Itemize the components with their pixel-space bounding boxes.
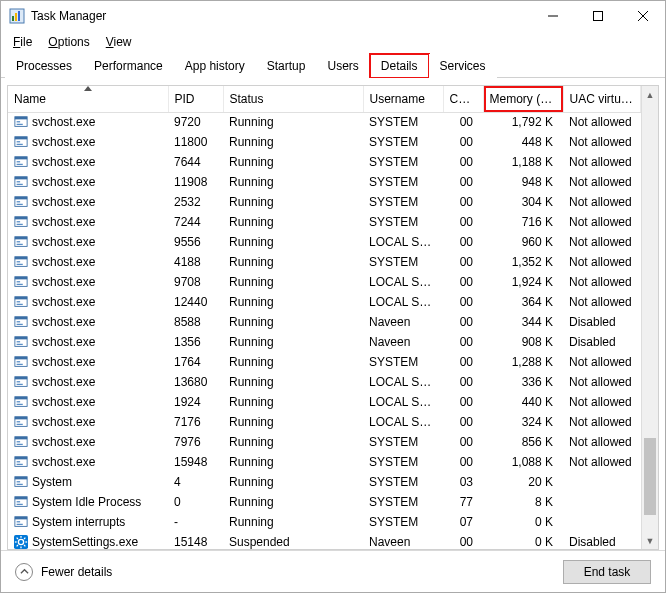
minimize-button[interactable] [530,1,575,31]
table-row[interactable]: svchost.exe15948RunningSYSTEM001,088 KNo… [8,452,641,472]
scroll-track[interactable] [642,103,658,532]
tab-startup[interactable]: Startup [256,54,317,78]
svg-rect-87 [17,504,23,505]
process-name: svchost.exe [32,355,95,369]
svg-rect-66 [17,401,21,402]
table-row[interactable]: svchost.exe9556RunningLOCAL SE...00960 K… [8,232,641,252]
cell-pid: 1764 [168,352,223,372]
tab-app-history[interactable]: App history [174,54,256,78]
cell-username: SYSTEM [363,512,443,532]
fewer-details-button[interactable]: Fewer details [15,563,112,581]
cell-status: Running [223,472,363,492]
titlebar[interactable]: Task Manager [1,1,665,31]
table-row[interactable]: svchost.exe9720RunningSYSTEM001,792 KNot… [8,112,641,132]
cell-name: svchost.exe [8,172,168,192]
tab-users[interactable]: Users [316,54,369,78]
process-table[interactable]: Name PID Status Username CPU Memory (a..… [8,86,641,549]
table-row[interactable]: svchost.exe7976RunningSYSTEM00856 KNot a… [8,432,641,452]
table-row[interactable]: System Idle Process0RunningSYSTEM778 K [8,492,641,512]
cell-pid: 15948 [168,452,223,472]
cell-pid: 15148 [168,532,223,549]
scroll-up-icon[interactable]: ▲ [642,86,658,103]
maximize-button[interactable] [575,1,620,31]
col-uac[interactable]: UAC virtualisat... [563,86,641,112]
table-row[interactable]: svchost.exe2532RunningSYSTEM00304 KNot a… [8,192,641,212]
process-icon [14,255,28,269]
svg-rect-71 [17,424,23,425]
menu-file[interactable]: File [7,33,38,51]
table-row[interactable]: System interrupts-RunningSYSTEM070 K [8,512,641,532]
table-row[interactable]: svchost.exe4188RunningSYSTEM001,352 KNot… [8,252,641,272]
cell-status: Running [223,372,363,392]
menu-options[interactable]: Options [42,33,95,51]
tab-performance[interactable]: Performance [83,54,174,78]
scroll-down-icon[interactable]: ▼ [642,532,658,549]
menu-view[interactable]: View [100,33,138,51]
cell-pid: - [168,512,223,532]
table-row[interactable]: svchost.exe12440RunningLOCAL SE...00364 … [8,292,641,312]
svg-rect-89 [15,517,27,520]
table-row[interactable]: svchost.exe9708RunningLOCAL SE...001,924… [8,272,641,292]
process-name: svchost.exe [32,135,95,149]
svg-rect-2 [15,13,17,21]
col-cpu[interactable]: CPU [443,86,483,112]
cell-name: svchost.exe [8,252,168,272]
cell-memory: 440 K [483,392,563,412]
table-row[interactable]: svchost.exe1356RunningNaveen00908 KDisab… [8,332,641,352]
svg-rect-46 [17,301,21,302]
tab-details[interactable]: Details [370,54,429,78]
process-icon [14,235,28,249]
col-memory[interactable]: Memory (a... [483,86,563,112]
end-task-button[interactable]: End task [563,560,651,584]
col-pid[interactable]: PID [168,86,223,112]
cell-name: svchost.exe [8,292,168,312]
tab-services[interactable]: Services [429,54,497,78]
cell-name: svchost.exe [8,312,168,332]
table-row[interactable]: SystemSettings.exe15148SuspendedNaveen00… [8,532,641,549]
cell-memory: 364 K [483,292,563,312]
cell-cpu: 00 [443,172,483,192]
process-name: System [32,475,72,489]
vertical-scrollbar[interactable]: ▲ ▼ [641,86,658,549]
table-row[interactable]: svchost.exe7644RunningSYSTEM001,188 KNot… [8,152,641,172]
svg-rect-42 [17,281,21,282]
chevron-up-icon [15,563,33,581]
process-icon [14,275,28,289]
table-row[interactable]: System4RunningSYSTEM0320 K [8,472,641,492]
table-row[interactable]: svchost.exe11800RunningSYSTEM00448 KNot … [8,132,641,152]
menubar: File Options View [1,31,665,53]
col-name[interactable]: Name [8,86,168,112]
cell-uac: Not allowed [563,152,641,172]
cell-name: svchost.exe [8,152,168,172]
table-row[interactable]: svchost.exe11908RunningSYSTEM00948 KNot … [8,172,641,192]
svg-rect-11 [17,124,23,125]
col-username[interactable]: Username [363,86,443,112]
cell-username: SYSTEM [363,172,443,192]
svg-rect-54 [17,341,21,342]
svg-rect-3 [18,11,20,21]
column-headers: Name PID Status Username CPU Memory (a..… [8,86,641,112]
table-row[interactable]: svchost.exe7176RunningLOCAL SE...00324 K… [8,412,641,432]
table-row[interactable]: svchost.exe1764RunningSYSTEM001,288 KNot… [8,352,641,372]
col-status[interactable]: Status [223,86,363,112]
scroll-thumb[interactable] [644,438,656,515]
svg-rect-90 [17,521,21,522]
tab-processes[interactable]: Processes [5,54,83,78]
cell-name: svchost.exe [8,192,168,212]
cell-username: LOCAL SE... [363,412,443,432]
table-row[interactable]: svchost.exe1924RunningLOCAL SE...00440 K… [8,392,641,412]
svg-rect-81 [15,477,27,480]
process-name: svchost.exe [32,175,95,189]
table-row[interactable]: svchost.exe7244RunningSYSTEM00716 KNot a… [8,212,641,232]
footer: Fewer details End task [1,550,665,592]
svg-rect-86 [17,501,21,502]
process-icon [14,295,28,309]
table-row[interactable]: svchost.exe8588RunningNaveen00344 KDisab… [8,312,641,332]
cell-pid: 11800 [168,132,223,152]
table-row[interactable]: svchost.exe13680RunningLOCAL SE...00336 … [8,372,641,392]
cell-memory: 1,188 K [483,152,563,172]
process-list: Name PID Status Username CPU Memory (a..… [1,78,665,550]
close-button[interactable] [620,1,665,31]
cell-memory: 1,352 K [483,252,563,272]
svg-line-99 [24,545,25,546]
